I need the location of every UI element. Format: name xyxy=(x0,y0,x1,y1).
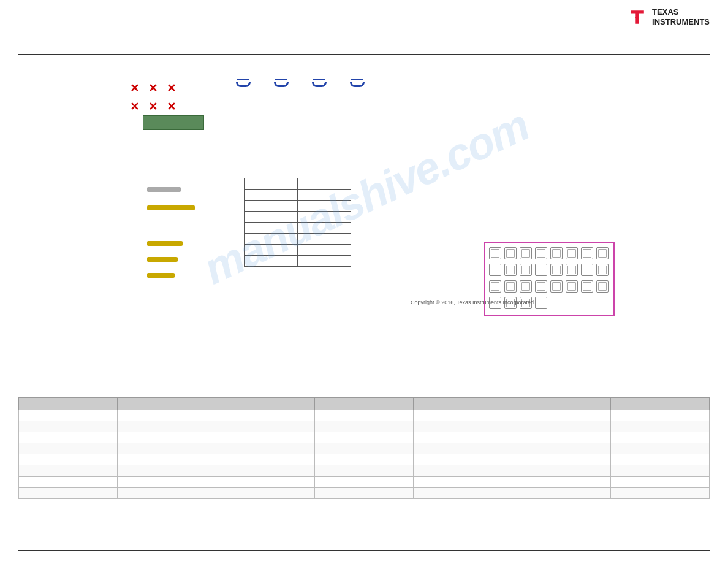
comp-cell-r4c4 xyxy=(535,297,547,309)
table-cell xyxy=(298,190,351,201)
cap-3-arc xyxy=(312,82,327,87)
table-row xyxy=(19,410,710,421)
table-row xyxy=(245,190,351,201)
x-marks-group: ✕ ✕ ✕ ✕ ✕ ✕ xyxy=(126,80,180,115)
comp-cell-r2c8 xyxy=(596,264,609,276)
comp-cell-r1c1 xyxy=(489,247,501,259)
cap-1 xyxy=(236,79,251,87)
cap-4-top-line xyxy=(351,79,363,80)
comp-cell-r2c2 xyxy=(504,264,517,276)
comp-cell-r1c4 xyxy=(535,247,547,259)
table-cell xyxy=(611,443,710,454)
table-cell xyxy=(414,432,512,443)
col-header-6 xyxy=(512,398,611,410)
table-cell xyxy=(216,465,315,477)
bottom-table xyxy=(18,397,710,499)
left-components xyxy=(147,187,195,278)
table-cell xyxy=(315,454,414,465)
table-cell xyxy=(611,410,710,421)
gray-bar xyxy=(147,187,181,192)
ti-brand-text: TEXAS INSTRUMENTS xyxy=(652,7,710,26)
table-row xyxy=(245,201,351,212)
table-cell xyxy=(512,488,611,499)
table-cell xyxy=(512,410,611,421)
x-mark-6: ✕ xyxy=(162,98,180,115)
table-cell xyxy=(315,410,414,421)
comp-cell-r3c6 xyxy=(566,280,578,293)
table-row xyxy=(245,212,351,223)
table-cell xyxy=(298,234,351,245)
comp-cell-r1c8 xyxy=(596,247,609,259)
table-cell xyxy=(298,212,351,223)
comp-cell-r3c5 xyxy=(550,280,563,293)
table-cell xyxy=(216,454,315,465)
comp-cell-r1c5 xyxy=(550,247,563,259)
table-cell xyxy=(216,421,315,432)
table-cell xyxy=(19,454,118,465)
table-row xyxy=(245,256,351,267)
bottom-table-wrap xyxy=(18,397,710,499)
table-row xyxy=(245,223,351,234)
table-cell xyxy=(315,443,414,454)
cap-4-arc xyxy=(350,82,365,87)
comp-cell-r1c6 xyxy=(566,247,578,259)
table-cell xyxy=(611,488,710,499)
copyright-text: Copyright © 2016, Texas Instruments Inco… xyxy=(411,299,534,305)
table-cell xyxy=(19,432,118,443)
table-cell xyxy=(118,410,216,421)
table-cell xyxy=(245,245,298,256)
table-cell xyxy=(315,477,414,488)
cap-2-top-line xyxy=(275,79,287,80)
table-cell xyxy=(512,432,611,443)
yellow-bar-mid xyxy=(147,241,183,246)
table-cell xyxy=(19,421,118,432)
yellow-bar-short2 xyxy=(147,273,175,278)
ti-brand-line2: INSTRUMENTS xyxy=(652,17,710,27)
comp-cell-r3c1 xyxy=(489,280,501,293)
table-cell xyxy=(298,223,351,234)
col-header-7 xyxy=(611,398,710,410)
green-component xyxy=(143,115,204,130)
table-cell xyxy=(512,421,611,432)
table-cell xyxy=(19,443,118,454)
table-cell xyxy=(245,223,298,234)
yellow-bar-long xyxy=(147,205,195,210)
table-row xyxy=(19,421,710,432)
comp-cell-r3c7 xyxy=(581,280,593,293)
table-cell xyxy=(19,488,118,499)
table-header-row xyxy=(19,398,710,410)
table-cell xyxy=(245,256,298,267)
table-row xyxy=(19,465,710,477)
col-header-3 xyxy=(216,398,315,410)
table-cell xyxy=(19,410,118,421)
col-header-4 xyxy=(315,398,414,410)
x-mark-5: ✕ xyxy=(144,98,161,115)
table-cell xyxy=(245,201,298,212)
comp-cell-r3c4 xyxy=(535,280,547,293)
table-cell xyxy=(414,443,512,454)
table-cell xyxy=(19,465,118,477)
comp-cell-r1c2 xyxy=(504,247,517,259)
table-cell xyxy=(245,190,298,201)
x-mark-3: ✕ xyxy=(162,80,180,97)
comp-cell-r2c6 xyxy=(566,264,578,276)
table-cell xyxy=(298,245,351,256)
cap-2-arc xyxy=(274,82,289,87)
table-cell xyxy=(611,477,710,488)
table-cell xyxy=(512,477,611,488)
comp-cell-r2c1 xyxy=(489,264,501,276)
comp-cell-r1c7 xyxy=(581,247,593,259)
comp-cell-r2c5 xyxy=(550,264,563,276)
table-row xyxy=(245,245,351,256)
table-cell xyxy=(298,201,351,212)
col-header-2 xyxy=(118,398,216,410)
table-cell xyxy=(512,454,611,465)
table-cell xyxy=(245,234,298,245)
table-cell xyxy=(414,488,512,499)
table-cell xyxy=(414,477,512,488)
header: TI TEXAS INSTRUMENTS xyxy=(626,6,710,28)
col-header-5 xyxy=(414,398,512,410)
cap-3-top-line xyxy=(313,79,325,80)
table-row xyxy=(19,432,710,443)
table-cell xyxy=(611,465,710,477)
